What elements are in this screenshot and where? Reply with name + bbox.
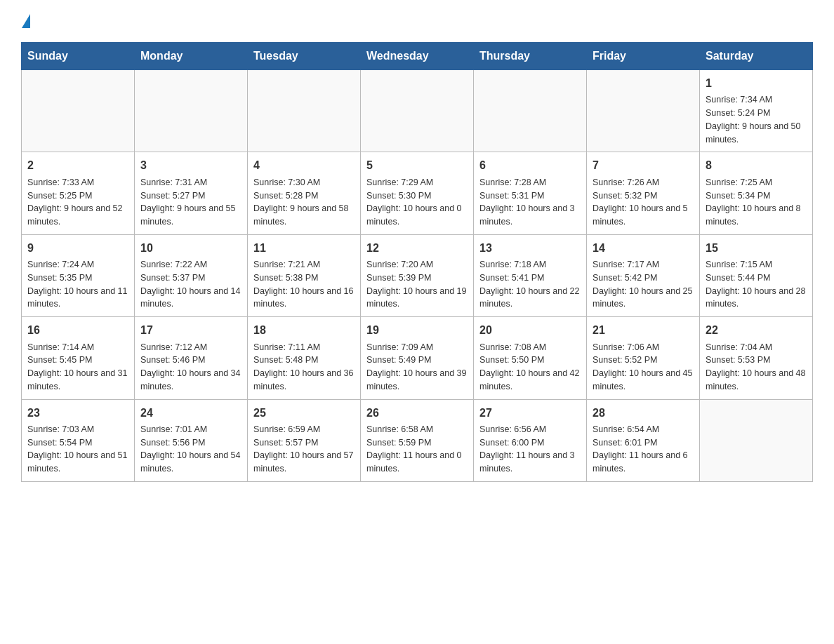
calendar-day-cell: 18Sunrise: 7:11 AM Sunset: 5:48 PM Dayli…: [248, 317, 361, 399]
calendar-day-cell: 17Sunrise: 7:12 AM Sunset: 5:46 PM Dayli…: [135, 317, 248, 399]
calendar-day-cell: 24Sunrise: 7:01 AM Sunset: 5:56 PM Dayli…: [135, 399, 248, 481]
day-number: 1: [706, 76, 807, 91]
day-number: 9: [27, 241, 128, 256]
day-info: Sunrise: 7:26 AM Sunset: 5:32 PM Dayligh…: [593, 176, 694, 229]
day-info: Sunrise: 7:15 AM Sunset: 5:44 PM Dayligh…: [706, 258, 807, 311]
day-number: 6: [479, 158, 581, 173]
calendar-day-cell: 11Sunrise: 7:21 AM Sunset: 5:38 PM Dayli…: [248, 234, 361, 316]
day-number: 8: [706, 158, 807, 173]
calendar-day-cell: 8Sunrise: 7:25 AM Sunset: 5:34 PM Daylig…: [700, 152, 813, 234]
calendar-table: SundayMondayTuesdayWednesdayThursdayFrid…: [21, 42, 813, 482]
day-number: 28: [593, 405, 694, 421]
day-info: Sunrise: 7:33 AM Sunset: 5:25 PM Dayligh…: [27, 176, 128, 229]
calendar-day-cell: 20Sunrise: 7:08 AM Sunset: 5:50 PM Dayli…: [474, 317, 587, 399]
calendar-day-cell: [135, 70, 248, 152]
day-info: Sunrise: 7:21 AM Sunset: 5:38 PM Dayligh…: [253, 258, 355, 311]
calendar-day-cell: 7Sunrise: 7:26 AM Sunset: 5:32 PM Daylig…: [587, 152, 700, 234]
calendar-day-cell: [22, 70, 135, 152]
day-info: Sunrise: 7:06 AM Sunset: 5:52 PM Dayligh…: [593, 341, 694, 394]
day-number: 7: [593, 158, 694, 173]
day-number: 3: [140, 158, 241, 173]
calendar-day-cell: [248, 70, 361, 152]
day-info: Sunrise: 7:08 AM Sunset: 5:50 PM Dayligh…: [479, 341, 581, 394]
day-info: Sunrise: 7:28 AM Sunset: 5:31 PM Dayligh…: [479, 176, 581, 229]
calendar-day-cell: 12Sunrise: 7:20 AM Sunset: 5:39 PM Dayli…: [361, 234, 474, 316]
calendar-day-cell: 15Sunrise: 7:15 AM Sunset: 5:44 PM Dayli…: [700, 234, 813, 316]
day-number: 24: [140, 405, 241, 421]
day-number: 16: [27, 323, 128, 338]
day-number: 20: [479, 323, 581, 338]
page-header: [21, 14, 813, 31]
calendar-week-row: 23Sunrise: 7:03 AM Sunset: 5:54 PM Dayli…: [22, 399, 813, 481]
day-of-week-header: Wednesday: [361, 43, 474, 70]
day-of-week-header: Thursday: [474, 43, 587, 70]
day-info: Sunrise: 7:31 AM Sunset: 5:27 PM Dayligh…: [140, 176, 241, 229]
calendar-day-cell: 4Sunrise: 7:30 AM Sunset: 5:28 PM Daylig…: [248, 152, 361, 234]
day-info: Sunrise: 7:20 AM Sunset: 5:39 PM Dayligh…: [366, 258, 468, 311]
day-number: 11: [253, 241, 355, 256]
calendar-day-cell: 23Sunrise: 7:03 AM Sunset: 5:54 PM Dayli…: [22, 399, 135, 481]
calendar-day-cell: 16Sunrise: 7:14 AM Sunset: 5:45 PM Dayli…: [22, 317, 135, 399]
day-info: Sunrise: 7:29 AM Sunset: 5:30 PM Dayligh…: [366, 176, 468, 229]
day-number: 23: [27, 405, 128, 421]
calendar-day-cell: [361, 70, 474, 152]
day-info: Sunrise: 7:09 AM Sunset: 5:49 PM Dayligh…: [366, 341, 468, 394]
logo-triangle-icon: [22, 14, 30, 28]
calendar-week-row: 2Sunrise: 7:33 AM Sunset: 5:25 PM Daylig…: [22, 152, 813, 234]
day-info: Sunrise: 7:30 AM Sunset: 5:28 PM Dayligh…: [253, 176, 355, 229]
day-of-week-header: Friday: [587, 43, 700, 70]
calendar-day-cell: 25Sunrise: 6:59 AM Sunset: 5:57 PM Dayli…: [248, 399, 361, 481]
day-number: 4: [253, 158, 355, 173]
day-number: 5: [366, 158, 468, 173]
day-info: Sunrise: 7:03 AM Sunset: 5:54 PM Dayligh…: [27, 423, 128, 476]
day-number: 13: [479, 241, 581, 256]
calendar-day-cell: [587, 70, 700, 152]
day-of-week-header: Saturday: [700, 43, 813, 70]
calendar-day-cell: 19Sunrise: 7:09 AM Sunset: 5:49 PM Dayli…: [361, 317, 474, 399]
day-number: 15: [706, 241, 807, 256]
logo: [21, 14, 30, 31]
day-number: 2: [27, 158, 128, 173]
day-number: 25: [253, 405, 355, 421]
day-of-week-header: Monday: [135, 43, 248, 70]
calendar-day-cell: 22Sunrise: 7:04 AM Sunset: 5:53 PM Dayli…: [700, 317, 813, 399]
calendar-day-cell: 14Sunrise: 7:17 AM Sunset: 5:42 PM Dayli…: [587, 234, 700, 316]
day-info: Sunrise: 6:58 AM Sunset: 5:59 PM Dayligh…: [366, 423, 468, 476]
calendar-day-cell: 10Sunrise: 7:22 AM Sunset: 5:37 PM Dayli…: [135, 234, 248, 316]
day-number: 26: [366, 405, 468, 421]
day-info: Sunrise: 7:17 AM Sunset: 5:42 PM Dayligh…: [593, 258, 694, 311]
day-number: 19: [366, 323, 468, 338]
day-number: 27: [479, 405, 581, 421]
day-info: Sunrise: 7:11 AM Sunset: 5:48 PM Dayligh…: [253, 341, 355, 394]
day-number: 17: [140, 323, 241, 338]
calendar-day-cell: 5Sunrise: 7:29 AM Sunset: 5:30 PM Daylig…: [361, 152, 474, 234]
calendar-day-cell: 13Sunrise: 7:18 AM Sunset: 5:41 PM Dayli…: [474, 234, 587, 316]
calendar-day-cell: [700, 399, 813, 481]
day-info: Sunrise: 6:54 AM Sunset: 6:01 PM Dayligh…: [593, 423, 694, 476]
day-info: Sunrise: 6:56 AM Sunset: 6:00 PM Dayligh…: [479, 423, 581, 476]
day-of-week-header: Tuesday: [248, 43, 361, 70]
day-info: Sunrise: 7:25 AM Sunset: 5:34 PM Dayligh…: [706, 176, 807, 229]
calendar-header-row: SundayMondayTuesdayWednesdayThursdayFrid…: [22, 43, 813, 70]
calendar-day-cell: 27Sunrise: 6:56 AM Sunset: 6:00 PM Dayli…: [474, 399, 587, 481]
calendar-day-cell: 2Sunrise: 7:33 AM Sunset: 5:25 PM Daylig…: [22, 152, 135, 234]
day-info: Sunrise: 7:14 AM Sunset: 5:45 PM Dayligh…: [27, 341, 128, 394]
day-number: 12: [366, 241, 468, 256]
day-info: Sunrise: 7:34 AM Sunset: 5:24 PM Dayligh…: [706, 93, 807, 146]
calendar-day-cell: [474, 70, 587, 152]
day-number: 22: [706, 323, 807, 338]
calendar-day-cell: 9Sunrise: 7:24 AM Sunset: 5:35 PM Daylig…: [22, 234, 135, 316]
calendar-day-cell: 1Sunrise: 7:34 AM Sunset: 5:24 PM Daylig…: [700, 70, 813, 152]
day-number: 10: [140, 241, 241, 256]
day-number: 14: [593, 241, 694, 256]
calendar-day-cell: 3Sunrise: 7:31 AM Sunset: 5:27 PM Daylig…: [135, 152, 248, 234]
day-info: Sunrise: 7:12 AM Sunset: 5:46 PM Dayligh…: [140, 341, 241, 394]
calendar-day-cell: 6Sunrise: 7:28 AM Sunset: 5:31 PM Daylig…: [474, 152, 587, 234]
calendar-week-row: 1Sunrise: 7:34 AM Sunset: 5:24 PM Daylig…: [22, 70, 813, 152]
calendar-day-cell: 28Sunrise: 6:54 AM Sunset: 6:01 PM Dayli…: [587, 399, 700, 481]
day-info: Sunrise: 7:18 AM Sunset: 5:41 PM Dayligh…: [479, 258, 581, 311]
day-info: Sunrise: 6:59 AM Sunset: 5:57 PM Dayligh…: [253, 423, 355, 476]
calendar-week-row: 9Sunrise: 7:24 AM Sunset: 5:35 PM Daylig…: [22, 234, 813, 316]
day-number: 21: [593, 323, 694, 338]
day-info: Sunrise: 7:04 AM Sunset: 5:53 PM Dayligh…: [706, 341, 807, 394]
